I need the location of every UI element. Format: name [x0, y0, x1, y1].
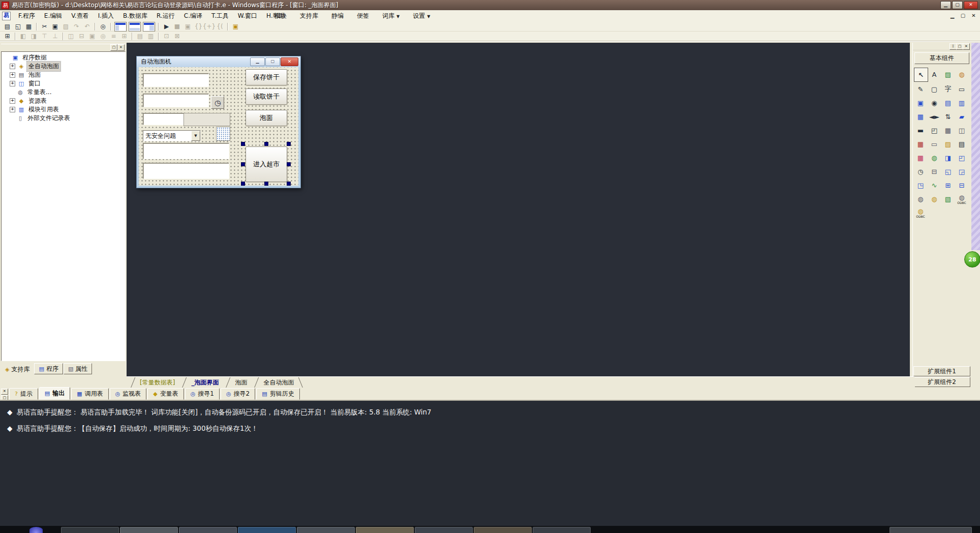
form-grid-icon[interactable]: ⊞ [3, 32, 12, 41]
selection-handle[interactable] [264, 182, 268, 186]
date-picker-icon[interactable]: ◫ [955, 124, 968, 137]
edit-box-1[interactable] [143, 73, 209, 87]
window-component-icon[interactable]: ◰ [955, 151, 968, 164]
doc-tab-2[interactable]: _泡面界面 [183, 377, 227, 388]
taskbar-button[interactable] [533, 527, 591, 533]
menu-right-item-2[interactable]: 静编 [325, 10, 350, 22]
menu-right-item-0[interactable]: 模块 [268, 10, 293, 22]
copy-icon[interactable]: ▣ [50, 22, 60, 31]
selection-handle[interactable] [264, 142, 268, 146]
text-label-icon[interactable]: 字 [941, 82, 955, 96]
panel-tab-支持库[interactable]: ◈支持库 [1, 364, 34, 374]
menu-right-item-3[interactable]: 便签 [350, 10, 376, 22]
toolbox-close-button[interactable]: ✕ [963, 43, 970, 50]
menu-right-item-4[interactable]: 词库▼ [376, 10, 406, 22]
edit-box-3[interactable] [143, 113, 185, 125]
selection-handle[interactable] [241, 142, 245, 146]
mdi-close-button[interactable]: ✕ [970, 12, 977, 19]
tree-item-0[interactable]: +◈全自动泡面 [2, 62, 125, 71]
menu-item-3[interactable]: I.插入 [94, 10, 118, 22]
odbc2-icon[interactable]: ◍ODBC [914, 206, 927, 219]
form-design-surface[interactable]: 保存饼干 ◷ 读取饼干 无安全问题 ▼ 泡面 进入超市 [139, 67, 298, 186]
toolbox-pin-button[interactable]: ▢ [956, 43, 963, 50]
menu-item-1[interactable]: E.编辑 [40, 10, 67, 22]
doc-tab-3[interactable]: 泡面 [227, 377, 255, 388]
minimize-button[interactable]: ▁ [940, 1, 951, 9]
open-file-icon[interactable]: ◱ [13, 22, 23, 31]
selection-handle[interactable] [287, 142, 291, 146]
window-layout-grid-icon[interactable] [143, 22, 155, 32]
tree-expander-icon[interactable]: + [10, 81, 15, 86]
taskbar-button[interactable] [61, 527, 119, 533]
output-tab-监视表[interactable]: ◎监视表 [110, 388, 147, 400]
taskbar-button[interactable] [890, 527, 972, 533]
form-close-button[interactable]: ✕ [281, 57, 298, 66]
cursor-tool-icon[interactable]: ↖ [914, 68, 928, 82]
grid-table-icon[interactable]: ⊞ [941, 179, 955, 192]
tree-expander-icon[interactable]: + [10, 64, 15, 69]
menu-item-5[interactable]: R.运行 [152, 10, 179, 22]
layout-icon[interactable]: ⊟ [955, 179, 968, 192]
tree-expander-icon[interactable]: + [10, 107, 15, 112]
taskbar-button[interactable] [120, 527, 178, 533]
start-orb-icon[interactable] [29, 527, 43, 533]
server-socket-icon[interactable]: ◳ [914, 179, 927, 192]
selection-handle[interactable] [241, 182, 245, 186]
tree-item-1[interactable]: +▤泡面 [2, 71, 125, 79]
cut-icon[interactable]: ✂ [40, 22, 49, 31]
group-box-icon[interactable]: ▢ [928, 82, 941, 96]
form-minimize-button[interactable]: ▁ [250, 57, 265, 66]
menu-item-8[interactable]: W.窗口 [233, 10, 262, 22]
menu-item-7[interactable]: T.工具 [207, 10, 233, 22]
find-icon[interactable]: ◎ [98, 22, 108, 31]
extended-components-button-1[interactable]: 扩展组件1 [913, 366, 970, 376]
label-component-icon[interactable]: A [928, 68, 941, 81]
save-cookie-button[interactable]: 保存饼干 [246, 69, 287, 85]
selection-handle[interactable] [287, 162, 291, 166]
grid-component[interactable] [216, 127, 230, 141]
assistant-badge[interactable]: 28 [964, 251, 980, 268]
paomian-button[interactable]: 泡面 [246, 110, 287, 126]
picture-box-icon[interactable]: ▨ [941, 68, 955, 81]
output-tab-搜寻2[interactable]: ◎搜寻2 [221, 388, 255, 400]
doc-tab-1[interactable]: [常量数据表] [132, 377, 183, 388]
timer-component-icon[interactable]: ◷ [914, 165, 927, 178]
panel-tab-属性[interactable]: ▧属性 [64, 363, 92, 374]
close-button[interactable]: ✕ [964, 1, 978, 9]
taskbar-button[interactable] [474, 527, 532, 533]
tree-item-3[interactable]: ◍常量表... [2, 88, 125, 97]
menu-item-6[interactable]: C.编译 [179, 10, 207, 22]
basic-components-button[interactable]: 基本组件 [914, 52, 969, 64]
printer-icon[interactable]: ⊟ [928, 165, 941, 178]
form-title-bar[interactable]: 自动泡面机 ▁ ▢ ✕ [137, 56, 300, 67]
page-spin-icon[interactable]: ◨ [941, 151, 955, 164]
network-icon[interactable]: ◍ [928, 151, 941, 164]
tree-item-6[interactable]: ▯外部文件记录表 [2, 114, 125, 123]
tree-expander-icon[interactable]: + [10, 72, 15, 78]
assistant-icon[interactable]: ▣ [231, 22, 240, 31]
output-tab-提示[interactable]: ?提示 [9, 388, 38, 400]
tree-item-label[interactable]: 外部文件记录表 [26, 113, 72, 123]
taskbar-button[interactable] [297, 527, 355, 533]
output-tab-剪辑历史[interactable]: ▤剪辑历史 [256, 388, 299, 400]
menu-item-4[interactable]: B.数据库 [118, 10, 152, 22]
edit-box-2[interactable] [143, 94, 209, 107]
security-question-combo[interactable]: 无安全问题 ▼ [143, 130, 201, 141]
menu-item-2[interactable]: V.查看 [67, 10, 93, 22]
edit-box-5[interactable] [143, 163, 229, 179]
output-tab-调用表[interactable]: ▦调用表 [71, 388, 108, 400]
tree-expander-icon[interactable]: + [10, 98, 15, 104]
menu-right-item-1[interactable]: 支持库 [293, 10, 325, 22]
database-icon[interactable]: ◍ [914, 192, 927, 205]
run-icon[interactable]: ▶ [162, 22, 171, 31]
panel-close-button[interactable]: ✕ [117, 44, 125, 51]
panel-pin-button[interactable]: ▢ [110, 44, 117, 51]
image2-icon[interactable]: ▧ [941, 192, 955, 205]
client-socket-icon[interactable]: ◱ [941, 165, 955, 178]
tree-item-2[interactable]: +◫窗口 [2, 79, 125, 88]
label-panel[interactable] [183, 113, 230, 126]
progress-bar-icon[interactable]: ▰ [955, 110, 968, 123]
output-tab-输出[interactable]: ▤输出 [39, 387, 70, 400]
maximize-button[interactable]: ▢ [952, 1, 963, 9]
save-icon[interactable]: ▦ [24, 22, 34, 31]
